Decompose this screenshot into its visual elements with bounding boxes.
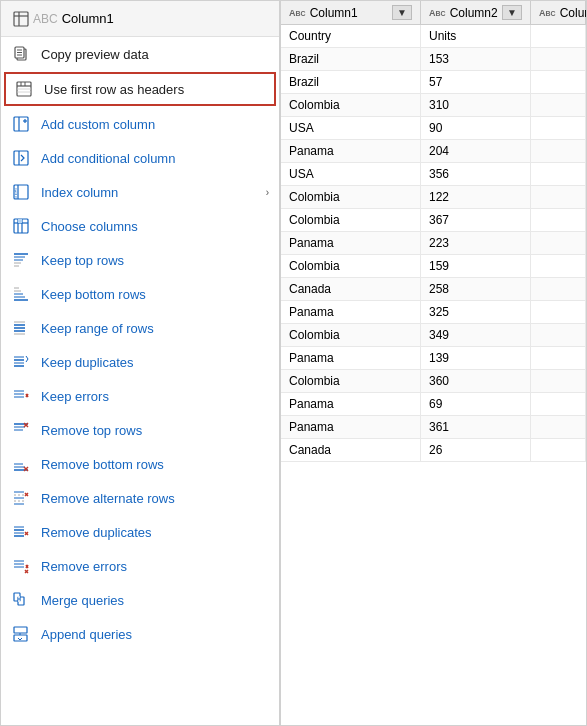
table-cell-col2: 139 [421,347,531,369]
remove-bottom-rows-label: Remove bottom rows [41,457,269,472]
table-row: Colombia310 [281,94,586,117]
menu-item-keep-errors[interactable]: Keep errors [1,379,279,413]
merge-icon [11,590,31,610]
choose-columns-label: Choose columns [41,219,269,234]
table-cell-col3 [531,71,586,93]
column1-header: ABC Column1 ▼ [281,1,421,24]
menu-item-keep-duplicates[interactable]: Keep duplicates [1,345,279,379]
table-cell-col3 [531,163,586,185]
table-cell-col3 [531,278,586,300]
menu-header: ABC Column1 [1,1,279,37]
keep-range-rows-label: Keep range of rows [41,321,269,336]
table-cell-col3 [531,94,586,116]
table-cell-col2: 122 [421,186,531,208]
table-cell-col1: Colombia [281,209,421,231]
table-cell-col2: 325 [421,301,531,323]
copy-icon [11,44,31,64]
table-cell-col1: USA [281,117,421,139]
table-cell-col3 [531,186,586,208]
table-header: ABC Column1 ▼ ABC Column2 ▼ ABC Colum [281,1,586,25]
table-cell-col1: Panama [281,140,421,162]
menu-item-keep-bottom-rows[interactable]: Keep bottom rows [1,277,279,311]
table-cell-col3 [531,416,586,438]
append-icon [11,624,31,644]
col1-type-icon: ABC [289,8,306,18]
table-cell-col2: 159 [421,255,531,277]
table-cell-col1: Colombia [281,94,421,116]
col2-type-icon: ABC [429,8,446,18]
index-column-label: Index column [41,185,256,200]
column2-header: ABC Column2 ▼ [421,1,531,24]
merge-queries-label: Merge queries [41,593,269,608]
remove-bottom-icon [11,454,31,474]
table-body: CountryUnitsBrazil153Brazil57Colombia310… [281,25,586,725]
table-cell-col2: 153 [421,48,531,70]
first-row-icon [14,79,34,99]
table-cell-col2: 356 [421,163,531,185]
table-cell-col1: Canada [281,278,421,300]
menu-item-choose-columns[interactable]: Choose columns [1,209,279,243]
table-cell-col2: Units [421,25,531,47]
remove-top-rows-label: Remove top rows [41,423,269,438]
copy-preview-label: Copy preview data [41,47,269,62]
menu-item-remove-errors[interactable]: Remove errors [1,549,279,583]
menu-item-remove-top-rows[interactable]: Remove top rows [1,413,279,447]
table-cell-col2: 361 [421,416,531,438]
menu-item-remove-duplicates[interactable]: Remove duplicates [1,515,279,549]
table-cell-col3 [531,347,586,369]
choose-col-icon [11,216,31,236]
column3-header: ABC Colum [531,1,586,24]
table-cell-col1: Panama [281,301,421,323]
table-cell-col3 [531,255,586,277]
menu-item-use-first-row[interactable]: Use first row as headers [4,72,276,106]
table-cell-col2: 90 [421,117,531,139]
table-cell-col3 [531,301,586,323]
table-row: USA356 [281,163,586,186]
menu-item-remove-alternate-rows[interactable]: Remove alternate rows [1,481,279,515]
svg-rect-14 [14,117,28,131]
table-cell-col2: 223 [421,232,531,254]
table-row: Colombia159 [281,255,586,278]
remove-top-icon [11,420,31,440]
table-cell-col3 [531,439,586,461]
remove-alternate-rows-label: Remove alternate rows [41,491,269,506]
table-row: Colombia360 [281,370,586,393]
table-cell-col3 [531,140,586,162]
table-cell-col2: 57 [421,71,531,93]
table-row: Panama204 [281,140,586,163]
table-cell-col2: 349 [421,324,531,346]
menu-item-keep-range-rows[interactable]: Keep range of rows [1,311,279,345]
menu-item-keep-top-rows[interactable]: Keep top rows [1,243,279,277]
table-cell-col2: 258 [421,278,531,300]
menu-item-merge-queries[interactable]: Merge queries [1,583,279,617]
table-cell-col2: 204 [421,140,531,162]
remove-err-icon [11,556,31,576]
menu-item-index-column[interactable]: 1 2 3 Index column › [1,175,279,209]
keep-errors-label: Keep errors [41,389,269,404]
menu-item-add-conditional-col[interactable]: Add conditional column [1,141,279,175]
table-row: USA90 [281,117,586,140]
col2-filter-button[interactable]: ▼ [502,5,522,20]
table-cell-col3 [531,117,586,139]
table-row: Canada26 [281,439,586,462]
table-cell-col1: Colombia [281,186,421,208]
data-table: ABC Column1 ▼ ABC Column2 ▼ ABC Colum Co… [280,0,587,726]
svg-rect-29 [18,219,22,223]
menu-item-append-queries[interactable]: Append queries [1,617,279,651]
menu-item-remove-bottom-rows[interactable]: Remove bottom rows [1,447,279,481]
table-row: Canada258 [281,278,586,301]
table-row: Panama361 [281,416,586,439]
table-cell-col1: Panama [281,347,421,369]
table-cell-col1: Panama [281,232,421,254]
col1-filter-button[interactable]: ▼ [392,5,412,20]
col3-name: Colum [560,6,587,20]
table-cell-col1: Brazil [281,48,421,70]
table-cell-col1: Brazil [281,71,421,93]
table-row: Colombia122 [281,186,586,209]
menu-item-add-custom-col[interactable]: Add custom column [1,107,279,141]
table-cell-col1: Colombia [281,324,421,346]
table-row: Brazil57 [281,71,586,94]
col1-name: Column1 [310,6,358,20]
table-cell-col3 [531,209,586,231]
menu-item-copy-preview[interactable]: Copy preview data [1,37,279,71]
